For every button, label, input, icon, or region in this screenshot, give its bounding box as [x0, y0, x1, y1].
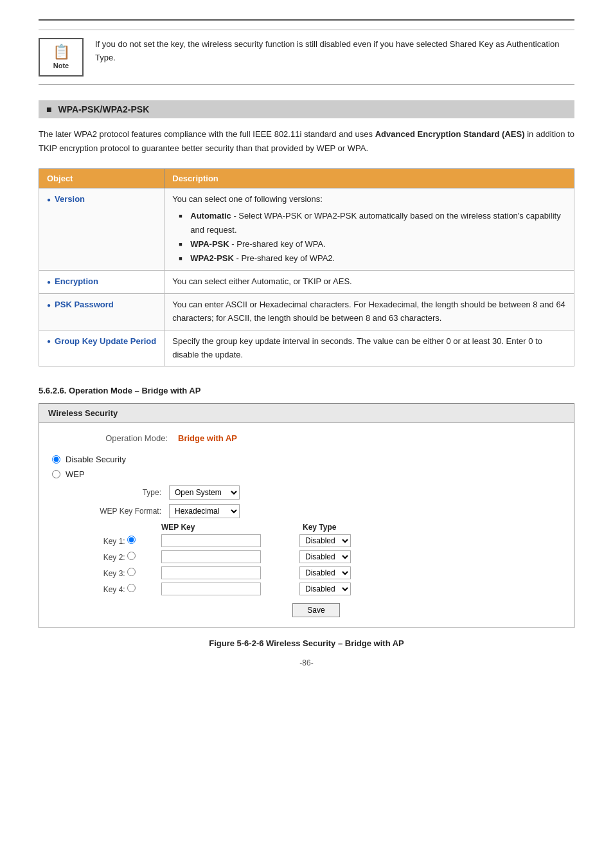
key-1-type-select[interactable]: Disabled 64-bit 128-bit 152-bit [299, 534, 351, 547]
note-icon-graphic: 📋 [53, 45, 70, 59]
desc-encryption: You can select either Automatic, or TKIP… [164, 271, 574, 294]
type-label: Type: [71, 488, 161, 497]
col-wep-key-header: WEP Key [161, 523, 264, 532]
wep-key-format-select[interactable]: Hexadecimal ASCII [169, 504, 240, 518]
key-3-label: Key 3: [71, 568, 136, 578]
key-4-radio[interactable] [127, 584, 136, 592]
save-button[interactable]: Save [292, 603, 339, 617]
key-4-type-select[interactable]: Disabled 64-bit 128-bit 152-bit [299, 583, 351, 595]
key-3-input[interactable] [161, 566, 261, 579]
key-1-label: Key 1: [71, 536, 136, 546]
obj-encryption: Encryption [39, 271, 164, 294]
note-icon: 📋 Note [39, 38, 84, 77]
operation-mode-row: Operation Mode: Bridge with AP [52, 433, 561, 443]
wpa-section-heading: WPA-PSK/WPA2-PSK [39, 100, 574, 118]
obj-version: Version [39, 188, 164, 271]
desc-psk-password: You can enter ASCII or Hexadecimal chara… [164, 294, 574, 330]
note-label: Note [53, 62, 69, 69]
figure-caption: Figure 5-6-2-6 Wireless Security – Bridg… [39, 638, 574, 648]
table-row: PSK Password You can enter ASCII or Hexa… [39, 294, 574, 330]
disable-security-label: Disable Security [66, 455, 126, 464]
col-object: Object [39, 169, 164, 188]
op-mode-label: Operation Mode: [91, 433, 168, 443]
note-text: If you do not set the key, the wireless … [95, 38, 574, 65]
desc-group-key: Specify the group key update interval in… [164, 330, 574, 366]
key-2-label: Key 2: [71, 552, 136, 562]
key-row-4: Key 4: Disabled 64-bit 128-bit 152-bit [71, 583, 561, 595]
wireless-security-panel: Wireless Security Operation Mode: Bridge… [39, 403, 574, 628]
key-table-header: WEP Key Key Type [71, 523, 561, 532]
wep-radio-row: WEP [52, 469, 561, 479]
key-3-radio[interactable] [127, 568, 136, 576]
key-row-2: Key 2: Disabled 64-bit 128-bit 152-bit [71, 550, 561, 563]
col-key-type-header: Key Type [303, 523, 336, 532]
wep-key-format-label: WEP Key Format: [71, 507, 161, 516]
sub-section-heading: 5.6.2.6. Operation Mode – Bridge with AP [39, 386, 574, 395]
table-row: Version You can select one of following … [39, 188, 574, 271]
obj-psk-password: PSK Password [39, 294, 164, 330]
key-2-input[interactable] [161, 550, 261, 563]
disable-security-row: Disable Security [52, 455, 561, 464]
key-4-input[interactable] [161, 583, 261, 595]
note-box: 📋 Note If you do not set the key, the wi… [39, 30, 574, 85]
table-row: Group Key Update Period Specify the grou… [39, 330, 574, 366]
obj-group-key: Group Key Update Period [39, 330, 164, 366]
key-1-input[interactable] [161, 534, 261, 547]
panel-header: Wireless Security [39, 404, 574, 423]
key-row-3: Key 3: Disabled 64-bit 128-bit 152-bit [71, 566, 561, 579]
key-2-type-select[interactable]: Disabled 64-bit 128-bit 152-bit [299, 550, 351, 563]
desc-version: You can select one of following versions… [164, 188, 574, 271]
wep-label: WEP [66, 469, 85, 479]
panel-body: Operation Mode: Bridge with AP Disable S… [39, 423, 574, 628]
info-table: Object Description Version You can selec… [39, 168, 574, 366]
top-divider [39, 19, 574, 21]
wep-radio[interactable] [52, 470, 60, 478]
page-number: -86- [39, 658, 574, 667]
wep-key-format-row: WEP Key Format: Hexadecimal ASCII [71, 504, 561, 518]
type-select[interactable]: Open System Shared Key [169, 485, 240, 500]
key-2-radio[interactable] [127, 552, 136, 560]
key-row-1: Key 1: Disabled 64-bit 128-bit 152-bit [71, 534, 561, 547]
type-row: Type: Open System Shared Key [71, 485, 561, 500]
op-mode-value: Bridge with AP [178, 433, 237, 443]
col-description: Description [164, 169, 574, 188]
table-row: Encryption You can select either Automat… [39, 271, 574, 294]
key-4-label: Key 4: [71, 584, 136, 594]
save-row: Save [71, 603, 561, 617]
section-body: The later WPA2 protocol features complia… [39, 127, 574, 156]
wep-settings: Type: Open System Shared Key WEP Key For… [71, 485, 561, 617]
key-3-type-select[interactable]: Disabled 64-bit 128-bit 152-bit [299, 566, 351, 579]
key-1-radio[interactable] [127, 536, 136, 544]
disable-security-radio[interactable] [52, 455, 60, 464]
